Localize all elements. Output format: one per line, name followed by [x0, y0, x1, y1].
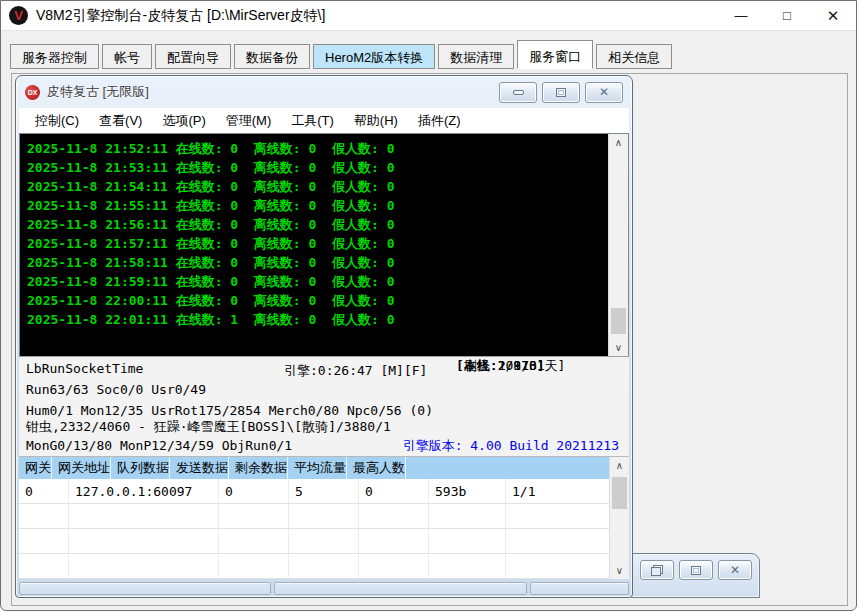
status-line: Run63/63 Soc0/0 Usr0/49: [26, 382, 206, 397]
log-line: 2025-11-8 21:58:11 在线数: 0 离线数: 0 假人数: 0: [27, 253, 601, 272]
engine-status-block: LbRunSocketTime Run63/63 Soc0/0 Usr0/49 …: [19, 357, 629, 457]
minimize-icon: [691, 566, 701, 575]
table-row[interactable]: 0 127.0.0.1:60097 0 5 0 593b 1/1: [19, 479, 609, 504]
column-header[interactable]: 网关地址: [52, 457, 111, 479]
gateway-table: 网关 网关地址 队列数据 发送数据 剩余数据 平均流量 最高人数: [19, 457, 629, 579]
log-line: 2025-11-8 21:54:11 在线数: 0 离线数: 0 假人数: 0: [27, 177, 601, 196]
app-logo-icon: V: [9, 6, 28, 25]
scrollbar-thumb[interactable]: [612, 477, 627, 509]
maximize-button[interactable]: [542, 82, 580, 103]
minimized-window-controls: ✕: [640, 560, 752, 580]
cell-gateway-id: 0: [19, 479, 69, 504]
tab[interactable]: 服务器控制: [10, 44, 99, 69]
maximize-button[interactable]: □: [764, 1, 810, 30]
log-line: 2025-11-8 21:56:11 在线数: 0 离线数: 0 假人数: 0: [27, 215, 601, 234]
status-line: Hum0/1 Mon12/35 UsrRot175/2854 Merch0/80…: [26, 403, 433, 418]
column-header[interactable]: 发送数据: [170, 457, 229, 479]
tab[interactable]: 服务窗口: [517, 40, 593, 69]
column-header[interactable]: 平均流量: [288, 457, 347, 479]
menu-item[interactable]: 工具(T): [281, 109, 344, 133]
cell-queue-data: 0: [219, 479, 289, 504]
minimize-button[interactable]: —: [718, 1, 764, 30]
minimize-button[interactable]: [499, 82, 537, 103]
empty-row: [19, 554, 609, 579]
status-pane: [530, 582, 629, 595]
log-line: 2025-11-8 21:53:11 在线数: 0 离线数: 0 假人数: 0: [27, 158, 601, 177]
log-line: 2025-11-8 21:55:11 在线数: 0 离线数: 0 假人数: 0: [27, 196, 601, 215]
engine-runtime: 引擎:0:26:47 [M][F]: [284, 362, 427, 380]
tab[interactable]: HeroM2版本转换: [313, 44, 435, 69]
column-header[interactable]: 最高人数: [347, 457, 406, 479]
maximize-icon: [556, 88, 566, 97]
status-pane: [274, 582, 527, 595]
engine-child-window: DX 皮特复古 [无限版] ✕ 控制(C) 查看(V) 选项(P) 管理(M): [15, 75, 633, 598]
log-line: 2025-11-8 22:00:11 在线数: 0 离线数: 0 假人数: 0: [27, 291, 601, 310]
tab[interactable]: 数据备份: [234, 44, 310, 69]
close-button[interactable]: ✕: [810, 1, 856, 30]
status-line: LbRunSocketTime: [26, 361, 143, 376]
child-window-body: 控制(C) 查看(V) 选项(P) 管理(M) 工具(T) 帮助(H) 插件(Z…: [19, 108, 629, 579]
close-icon: ✕: [599, 86, 609, 98]
child-window-title: 皮特复古 [无限版]: [47, 83, 149, 101]
gateway-table-rows: 0 127.0.0.1:60097 0 5 0 593b 1/1: [19, 479, 609, 504]
menu-item[interactable]: 选项(P): [152, 109, 215, 133]
cell-sent-data: 5: [289, 479, 359, 504]
tab[interactable]: 相关信息: [596, 44, 672, 69]
log-line: 2025-11-8 21:52:11 在线数: 0 离线数: 0 假人数: 0: [27, 139, 601, 158]
close-button[interactable]: ✕: [585, 82, 623, 103]
tab[interactable]: 配置向导: [155, 44, 231, 69]
tab-bar: 服务器控制 帐号 配置向导 数据备份 HeroM2版本转换 数据清理 服务窗口 …: [10, 39, 848, 69]
restore-button[interactable]: [640, 560, 674, 580]
status-line: 钳虫,2332/4060 - 狂躁·峰雪魔王[BOSS]\[散骑]/3880/1: [26, 418, 391, 436]
menu-item[interactable]: 查看(V): [89, 109, 152, 133]
engine-version: 引擎版本: 4.00 Build 20211213: [403, 437, 619, 455]
menu-bar: 控制(C) 查看(V) 选项(P) 管理(M) 工具(T) 帮助(H) 插件(Z…: [19, 108, 629, 133]
child-window-controls: ✕: [499, 82, 623, 103]
cell-gateway-address: 127.0.0.1:60097: [69, 479, 219, 504]
gateway-table-header: 网关 网关地址 队列数据 发送数据 剩余数据 平均流量 最高人数: [19, 457, 609, 479]
table-scrollbar[interactable]: ∧ ∨: [609, 457, 629, 579]
close-icon: ✕: [730, 564, 740, 576]
minimize-icon: [513, 90, 524, 95]
close-button[interactable]: ✕: [718, 560, 752, 580]
window-title: V8M2引擎控制台-皮特复古 [D:\MirServer皮特\]: [36, 7, 325, 25]
scroll-up-icon[interactable]: ∧: [609, 134, 628, 151]
main-window: V V8M2引擎控制台-皮特复古 [D:\MirServer皮特\] — □ ✕…: [0, 0, 857, 611]
child-status-bar: [19, 582, 629, 595]
restore-icon: [651, 565, 663, 576]
log-console: 2025-11-8 21:52:11 在线数: 0 离线数: 0 假人数: 0 …: [19, 133, 629, 357]
scroll-down-icon[interactable]: ∨: [610, 562, 629, 579]
minimized-window-fragment: ✕: [631, 553, 760, 598]
cell-max-players: 1/1: [506, 479, 609, 504]
log-line: 2025-11-8 22:01:11 在线数: 1 离线数: 0 假人数: 0: [27, 310, 601, 329]
column-header[interactable]: 剩余数据: [229, 457, 288, 479]
empty-row: [19, 529, 609, 554]
status-line: MonG0/13/80 MonP12/34/59 ObjRun0/1: [26, 438, 292, 453]
child-titlebar: DX 皮特复古 [无限版] ✕: [16, 76, 632, 108]
scroll-down-icon[interactable]: ∨: [609, 339, 628, 356]
column-header[interactable]: 队列数据: [111, 457, 170, 479]
uptime-counter: [本机:2.8161天]: [456, 357, 565, 375]
menu-item[interactable]: 管理(M): [216, 109, 282, 133]
menu-item[interactable]: 帮助(H): [344, 109, 408, 133]
window-controls: — □ ✕: [718, 1, 856, 30]
log-line: 2025-11-8 21:57:11 在线数: 0 离线数: 0 假人数: 0: [27, 234, 601, 253]
engine-icon: DX: [25, 85, 40, 100]
minimize-button[interactable]: [679, 560, 713, 580]
console-scrollbar[interactable]: ∧ ∨: [608, 134, 628, 356]
column-header[interactable]: 网关: [19, 457, 52, 479]
tab[interactable]: 帐号: [102, 44, 152, 69]
gateway-table-main: 网关 网关地址 队列数据 发送数据 剩余数据 平均流量 最高人数: [19, 457, 609, 579]
scroll-up-icon[interactable]: ∧: [610, 457, 629, 474]
log-line: 2025-11-8 21:59:11 在线数: 0 离线数: 0 假人数: 0: [27, 272, 601, 291]
cell-average-flow: 593b: [429, 479, 506, 504]
status-pane: [19, 582, 271, 595]
titlebar: V V8M2引擎控制台-皮特复古 [D:\MirServer皮特\] — □ ✕: [1, 1, 856, 31]
log-console-viewport: 2025-11-8 21:52:11 在线数: 0 离线数: 0 假人数: 0 …: [20, 134, 608, 356]
scrollbar-thumb[interactable]: [611, 308, 626, 334]
cell-remaining-data: 0: [359, 479, 429, 504]
menu-item[interactable]: 控制(C): [25, 109, 89, 133]
empty-row: [19, 504, 609, 529]
tab[interactable]: 数据清理: [438, 44, 514, 69]
menu-item[interactable]: 插件(Z): [408, 109, 471, 133]
